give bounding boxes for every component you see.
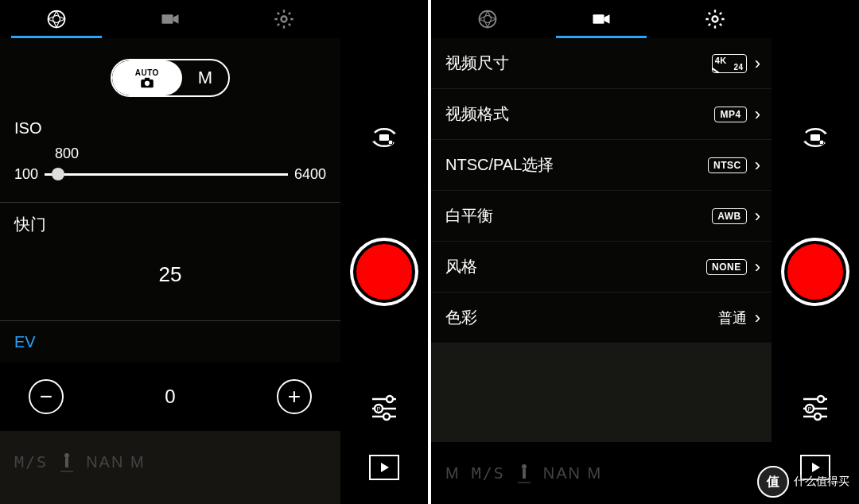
mode-auto-label: AUTO	[135, 68, 159, 77]
svg-point-19	[712, 17, 717, 22]
ev-value: 0	[165, 386, 175, 408]
tab-photo[interactable]	[0, 0, 114, 38]
person-icon	[59, 451, 75, 473]
row-color[interactable]: 色彩 普通 ›	[431, 293, 772, 343]
row-video-size[interactable]: 视频尺寸 4K24 ›	[431, 38, 772, 89]
sliders-icon: P	[800, 391, 830, 421]
status-footer-left: M/S NAN M	[0, 431, 340, 493]
gear-icon	[273, 8, 295, 30]
chevron-right-icon: ›	[755, 155, 760, 176]
top-tabs-left	[0, 0, 340, 38]
chevron-right-icon: ›	[755, 308, 760, 328]
ev-plus-button[interactable]: +	[277, 379, 312, 414]
badge-awb: AWB	[712, 208, 747, 224]
color-value: 普通	[718, 308, 747, 328]
svg-rect-7	[65, 458, 68, 467]
svg-rect-8	[379, 134, 389, 141]
chevron-right-icon: ›	[755, 257, 760, 277]
iso-slider[interactable]	[45, 162, 288, 186]
svg-point-0	[49, 11, 65, 28]
svg-text:P: P	[377, 406, 381, 412]
chevron-right-icon: ›	[755, 104, 760, 125]
svg-point-11	[387, 396, 393, 402]
sliders-icon: P	[369, 391, 399, 421]
svg-rect-22	[810, 134, 820, 141]
svg-point-4	[145, 80, 150, 85]
ev-stepper: − 0 +	[0, 362, 340, 431]
top-tabs-right	[431, 0, 772, 38]
tab-settings-r[interactable]	[658, 0, 772, 38]
switch-camera-button-r[interactable]	[797, 119, 834, 156]
svg-text:P: P	[808, 406, 812, 412]
svg-point-17	[480, 11, 496, 28]
video-icon	[590, 8, 612, 30]
record-button[interactable]	[353, 241, 415, 303]
svg-point-9	[388, 140, 393, 145]
chevron-right-icon: ›	[755, 206, 760, 227]
row-white-balance[interactable]: 白平衡 AWB ›	[431, 191, 772, 242]
switch-icon	[368, 122, 400, 153]
tab-settings[interactable]	[227, 0, 340, 38]
row-ntsc-pal[interactable]: NTSC/PAL选择 NTSC ›	[431, 140, 772, 191]
aperture-icon	[45, 8, 68, 30]
switch-camera-button[interactable]	[366, 119, 402, 156]
badge-mp4: MP4	[714, 107, 746, 122]
badge-ntsc: NTSC	[708, 157, 747, 173]
badge-none: NONE	[706, 259, 747, 275]
adjust-button[interactable]: P	[366, 388, 402, 425]
tab-video-r[interactable]	[545, 0, 659, 38]
aperture-icon	[476, 8, 499, 30]
svg-point-30	[814, 413, 821, 420]
iso-current: 800	[55, 145, 79, 162]
svg-rect-1	[162, 14, 173, 24]
svg-point-20	[522, 464, 527, 469]
ev-minus-button[interactable]: −	[29, 379, 64, 414]
svg-rect-18	[593, 14, 604, 24]
badge-4k24: 4K24	[712, 54, 747, 73]
play-icon	[378, 461, 391, 474]
camera-icon	[139, 77, 155, 88]
svg-rect-5	[145, 77, 150, 79]
chevron-right-icon: ›	[755, 53, 760, 74]
iso-max: 6400	[294, 166, 326, 183]
gear-icon	[704, 8, 726, 30]
adjust-button-r[interactable]: P	[797, 388, 834, 425]
svg-point-2	[281, 17, 286, 22]
svg-point-25	[818, 396, 824, 402]
watermark: 值 什么值得买	[757, 466, 849, 498]
record-button-r[interactable]	[784, 241, 846, 303]
row-style[interactable]: 风格 NONE ›	[431, 242, 772, 293]
row-video-format[interactable]: 视频格式 MP4 ›	[431, 89, 772, 140]
shutter-value[interactable]: 25	[0, 243, 340, 320]
svg-point-6	[64, 453, 69, 458]
mode-manual[interactable]: M	[182, 68, 228, 88]
video-icon	[159, 8, 181, 30]
iso-min: 100	[14, 166, 38, 183]
svg-point-16	[383, 413, 390, 420]
mode-toggle[interactable]: AUTO M	[111, 59, 230, 97]
tab-photo-r[interactable]	[431, 0, 545, 38]
status-footer-right: M M/S NAN M	[431, 442, 772, 504]
iso-label: ISO	[0, 114, 340, 145]
video-settings-list: 视频尺寸 4K24 › 视频格式 MP4 › NTSC/PAL选择 NTSC ›…	[431, 38, 772, 442]
playback-button[interactable]	[369, 455, 399, 480]
switch-icon	[799, 122, 831, 153]
ev-label: EV	[0, 328, 340, 362]
person-icon	[516, 462, 532, 484]
svg-rect-21	[523, 469, 526, 479]
shutter-label: 快门	[0, 209, 340, 243]
svg-point-23	[819, 140, 824, 145]
tab-video[interactable]	[114, 0, 227, 38]
mode-auto[interactable]: AUTO	[112, 60, 182, 95]
